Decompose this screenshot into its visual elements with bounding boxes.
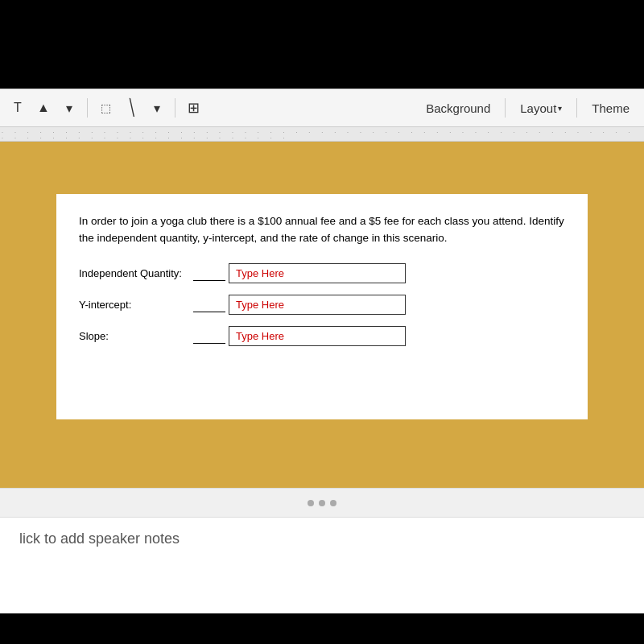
question-text: In order to join a yoga club there is a …: [79, 213, 565, 247]
bottom-slide-area: [0, 472, 644, 488]
slope-input[interactable]: Type Here: [229, 326, 406, 346]
theme-button[interactable]: Theme: [584, 98, 638, 118]
text-icon[interactable]: T: [6, 97, 29, 119]
bottom-bar: [0, 613, 644, 644]
image-icon[interactable]: ▲: [32, 97, 55, 119]
independent-quantity-row: Independent Quantity: Type Here: [79, 263, 565, 283]
slash-icon[interactable]: ╲: [120, 97, 142, 119]
divider-1: [87, 98, 88, 118]
pagination-dot-1[interactable]: [308, 500, 314, 506]
background-button[interactable]: Background: [418, 98, 498, 118]
independent-underline: [193, 266, 225, 281]
plus-square-icon[interactable]: ⊞: [182, 97, 204, 119]
ruler: · · · · · · · · · · · · · · · · · · · · …: [0, 127, 644, 142]
divider-3: [505, 98, 506, 118]
layout-button[interactable]: Layout ▾: [512, 98, 570, 118]
speaker-notes-area[interactable]: lick to add speaker notes: [0, 517, 644, 613]
camera-icon[interactable]: ⬚: [94, 97, 117, 119]
divider-2: [175, 98, 175, 118]
independent-quantity-label: Independent Quantity:: [79, 267, 192, 279]
slope-row: Slope: Type Here: [79, 326, 565, 346]
slope-label: Slope:: [79, 330, 192, 342]
slide-canvas: In order to join a yoga club there is a …: [0, 142, 644, 472]
independent-quantity-input[interactable]: Type Here: [229, 263, 406, 283]
y-intercept-input[interactable]: Type Here: [229, 295, 406, 315]
dropdown-arrow-icon-2[interactable]: ▾: [146, 97, 168, 119]
slope-underline: [193, 328, 225, 344]
top-bar: [0, 0, 644, 89]
divider-4: [576, 98, 577, 118]
y-intercept-underline: [193, 297, 225, 312]
pagination-dot-3[interactable]: [330, 500, 336, 506]
y-intercept-label: Y-intercept:: [79, 299, 192, 311]
dropdown-arrow-icon-1[interactable]: ▾: [58, 97, 80, 119]
toolbar: T ▲ ▾ ⬚ ╲ ▾ ⊞ Background Layout ▾ Theme: [0, 89, 644, 127]
layout-arrow: ▾: [558, 104, 562, 113]
y-intercept-row: Y-intercept: Type Here: [79, 295, 565, 315]
speaker-notes-placeholder: lick to add speaker notes: [19, 530, 180, 547]
pagination: [0, 488, 644, 517]
slide-card: In order to join a yoga club there is a …: [56, 194, 588, 419]
pagination-dot-2[interactable]: [319, 500, 325, 506]
